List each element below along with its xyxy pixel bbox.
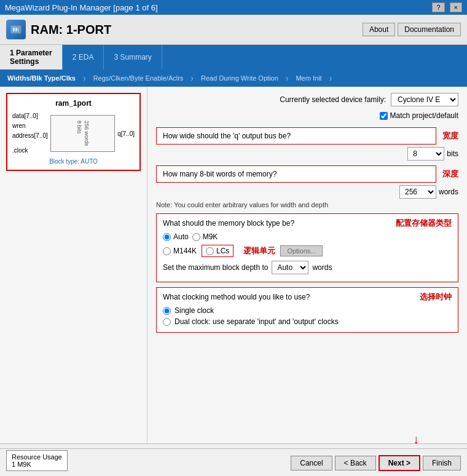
diagram-ports-left: data[7..0] wren address[7..0] .clock bbox=[12, 111, 48, 156]
breadcrumb-bar: Widths/Blk Type/Clks › Regs/Clken/Byte E… bbox=[0, 69, 467, 87]
clock-chinese-label: 选择时钟 bbox=[420, 292, 452, 303]
window-title: MegaWizard Plug-In Manager [page 1 of 6] bbox=[5, 3, 158, 12]
width-unit: bits bbox=[447, 149, 458, 158]
tab-parameter-settings[interactable]: 1 ParameterSettings bbox=[0, 45, 63, 69]
device-family-row: Currently selected device family: Cyclon… bbox=[156, 93, 458, 106]
label-words: 256 words bbox=[84, 121, 90, 146]
port-address: address[7..0] bbox=[12, 131, 48, 141]
note-text: Note: You could enter arbitrary values f… bbox=[156, 201, 458, 208]
question-blocktype-text: What should the memory block type be? bbox=[163, 219, 294, 228]
about-button[interactable]: About bbox=[363, 23, 395, 36]
header-title-area: RAM: 1-PORT bbox=[6, 20, 111, 39]
blocktype-chinese-label: 配置存储器类型 bbox=[396, 218, 452, 229]
width-select[interactable]: 8 bbox=[407, 147, 444, 161]
title-bar: MegaWizard Plug-In Manager [page 1 of 6]… bbox=[0, 0, 467, 15]
block-type-label: Block type: AUTO bbox=[12, 158, 135, 165]
bottom-bar: Resource Usage 1 M9K ↓ Cancel < Back Nex… bbox=[0, 448, 467, 476]
max-depth-label: Set the maximum block depth to bbox=[163, 263, 268, 272]
radio-auto-input[interactable] bbox=[163, 233, 171, 241]
finish-button[interactable]: Finish bbox=[423, 456, 461, 470]
radio-single-clock[interactable]: Single clock bbox=[163, 306, 452, 315]
question-depth-text: How many 8-bit words of memory? bbox=[163, 170, 277, 178]
radio-m9k-input[interactable] bbox=[192, 233, 200, 241]
depth-unit: words bbox=[439, 188, 458, 196]
tab-summary[interactable]: 3 Summary bbox=[104, 45, 162, 69]
radio-auto-label: Auto bbox=[173, 232, 189, 241]
label-bits: 8 bits bbox=[76, 121, 82, 146]
documentation-button[interactable]: Documentation bbox=[398, 23, 461, 36]
port-wren: wren bbox=[12, 121, 48, 131]
breadcrumb-meminit[interactable]: Mem Init bbox=[288, 72, 329, 84]
question-clock-box: What clocking method would you like to u… bbox=[156, 287, 458, 333]
port-data: data[7..0] bbox=[12, 111, 48, 121]
separator bbox=[0, 443, 467, 444]
breadcrumb-arrow-4: › bbox=[329, 73, 332, 83]
tab-eda[interactable]: 2 EDA bbox=[63, 45, 104, 69]
question-clock-text: What clocking method would you like to u… bbox=[163, 293, 310, 301]
radio-dual-clock-input[interactable] bbox=[163, 318, 171, 326]
question-width-text: How wide should the 'q' output bus be? bbox=[163, 132, 291, 140]
blocktype-options: Auto M9K bbox=[163, 232, 452, 241]
radio-dual-clock-label: Dual clock: use separate 'input' and 'ou… bbox=[175, 317, 339, 326]
right-panel: Currently selected device family: Cyclon… bbox=[147, 87, 467, 443]
lcs-box: LCs bbox=[202, 245, 234, 257]
diagram-chip: 8 bits 256 words bbox=[50, 115, 115, 152]
diagram-title: ram_1port bbox=[12, 99, 135, 108]
help-button[interactable]: ? bbox=[432, 2, 444, 12]
main-content: ram_1port data[7..0] wren address[7..0] … bbox=[0, 87, 467, 443]
clock-options: Single clock Dual clock: use separate 'i… bbox=[163, 306, 452, 326]
header: RAM: 1-PORT About Documentation bbox=[0, 15, 467, 45]
question-width-box: How wide should the 'q' output bus be? bbox=[156, 127, 436, 145]
question-blocktype-box: What should the memory block type be? 配置… bbox=[156, 213, 458, 282]
radio-dual-clock[interactable]: Dual clock: use separate 'input' and 'ou… bbox=[163, 317, 452, 326]
port-clock: .clock bbox=[12, 146, 48, 156]
device-family-label: Currently selected device family: bbox=[280, 95, 386, 104]
radio-lcs-label: LCs bbox=[216, 247, 229, 255]
radio-m9k[interactable]: M9K bbox=[192, 232, 218, 241]
depth-select[interactable]: 256 bbox=[399, 185, 436, 199]
depth-chinese-label: 深度 bbox=[442, 169, 458, 180]
radio-m144k-label: M144K bbox=[173, 247, 197, 255]
breadcrumb-widths[interactable]: Widths/Blk Type/Clks bbox=[0, 72, 83, 84]
options-button[interactable]: Options... bbox=[280, 245, 323, 256]
diagram-box: ram_1port data[7..0] wren address[7..0] … bbox=[6, 93, 141, 171]
max-depth-select[interactable]: Auto bbox=[272, 261, 308, 274]
match-project-label: Match project/default bbox=[390, 111, 458, 120]
next-button[interactable]: Next > bbox=[379, 455, 420, 471]
radio-lcs-input[interactable] bbox=[206, 247, 214, 255]
radio-lcs[interactable]: LCs bbox=[206, 247, 229, 255]
close-button[interactable]: × bbox=[450, 2, 462, 12]
ram-icon bbox=[6, 20, 26, 39]
radio-single-clock-input[interactable] bbox=[163, 307, 171, 315]
resource-usage-title: Resource Usage bbox=[12, 453, 62, 461]
match-project-checkbox[interactable] bbox=[380, 112, 388, 120]
cancel-button[interactable]: Cancel bbox=[291, 456, 332, 470]
page-title: RAM: 1-PORT bbox=[31, 23, 111, 37]
radio-m144k[interactable]: M144K bbox=[163, 247, 197, 255]
tabs-bar: 1 ParameterSettings 2 EDA 3 Summary bbox=[0, 45, 467, 69]
port-q: q[7..0] bbox=[117, 130, 135, 137]
bottom-buttons: Cancel < Back Next > Finish bbox=[291, 455, 461, 471]
left-panel: ram_1port data[7..0] wren address[7..0] … bbox=[0, 87, 147, 443]
resource-usage-box: Resource Usage 1 M9K bbox=[6, 450, 68, 471]
radio-auto[interactable]: Auto bbox=[163, 232, 189, 241]
radio-single-clock-label: Single clock bbox=[175, 306, 214, 315]
breadcrumb-read[interactable]: Read During Write Option bbox=[194, 72, 286, 84]
lcs-chinese-label: 逻辑单元 bbox=[243, 245, 275, 256]
device-family-select[interactable]: Cyclone IV E bbox=[391, 93, 458, 106]
width-chinese-label: 宽度 bbox=[442, 130, 458, 141]
svg-rect-3 bbox=[18, 28, 18, 31]
max-depth-unit: words bbox=[312, 263, 332, 272]
back-button[interactable]: < Back bbox=[335, 456, 376, 470]
radio-m9k-label: M9K bbox=[203, 232, 218, 241]
header-buttons: About Documentation bbox=[363, 23, 461, 36]
question-depth-box: How many 8-bit words of memory? bbox=[156, 165, 436, 183]
diagram-ports-right: q[7..0] bbox=[117, 130, 135, 137]
diagram-inner: data[7..0] wren address[7..0] .clock 8 b… bbox=[12, 111, 135, 156]
svg-rect-1 bbox=[13, 28, 15, 31]
radio-m144k-input[interactable] bbox=[163, 247, 171, 255]
arrow-indicator: ↓ bbox=[413, 432, 419, 446]
svg-rect-2 bbox=[15, 28, 17, 31]
breadcrumb-regs[interactable]: Regs/Clken/Byte Enable/Aclrs bbox=[86, 72, 191, 84]
max-depth-row: Set the maximum block depth to Auto word… bbox=[163, 261, 452, 274]
